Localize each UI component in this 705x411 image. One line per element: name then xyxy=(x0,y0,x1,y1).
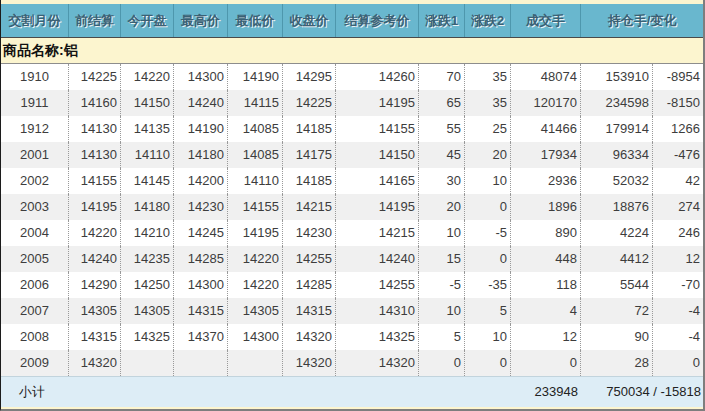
cell-oi_chg: -8150 xyxy=(653,90,703,116)
cell-settle_ref: 14240 xyxy=(336,246,419,272)
cell-chg2: 35 xyxy=(465,90,511,116)
cell-low: 14190 xyxy=(228,64,283,90)
cell-close: 14175 xyxy=(283,142,336,168)
cell-prev_settle: 14220 xyxy=(69,220,121,246)
cell-open: 14210 xyxy=(121,220,174,246)
subtotal-label: 小计 xyxy=(1,377,511,407)
cell-chg1: -5 xyxy=(419,272,465,298)
cell-volume: 41466 xyxy=(511,116,581,142)
cell-open: 14250 xyxy=(121,272,174,298)
cell-oi_chg: 246 xyxy=(653,220,703,246)
cell-chg1: 10 xyxy=(419,220,465,246)
header-change2: 涨跌2 xyxy=(465,4,511,37)
cell-open xyxy=(121,350,174,376)
cell-low: 14085 xyxy=(228,142,283,168)
header-open: 今开盘 xyxy=(121,4,174,37)
cell-prev_settle: 14315 xyxy=(69,324,121,350)
cell-month: 2003 xyxy=(1,194,69,220)
cell-high: 14300 xyxy=(174,272,228,298)
cell-settle_ref: 14255 xyxy=(336,272,419,298)
header-prev-settlement: 前结算 xyxy=(69,4,121,37)
cell-low: 14085 xyxy=(228,116,283,142)
table-row-2006[interactable]: 2006142901425014300142201428514255-5-351… xyxy=(1,272,703,298)
cell-volume: 118 xyxy=(511,272,581,298)
cell-low: 14220 xyxy=(228,246,283,272)
cell-volume: 1896 xyxy=(511,194,581,220)
cell-open: 14150 xyxy=(121,90,174,116)
table-row-2002[interactable]: 2002141551414514200141101418514165301029… xyxy=(1,168,703,194)
cell-settle_ref: 14165 xyxy=(336,168,419,194)
cell-chg2: -5 xyxy=(465,220,511,246)
cell-chg1: 5 xyxy=(419,324,465,350)
cell-chg1: 70 xyxy=(419,64,465,90)
cell-close: 14295 xyxy=(283,64,336,90)
cell-chg2: 0 xyxy=(465,246,511,272)
cell-month: 1911 xyxy=(1,90,69,116)
cell-chg1: 65 xyxy=(419,90,465,116)
cell-oi_chg: 274 xyxy=(653,194,703,220)
cell-high: 14315 xyxy=(174,298,228,324)
cell-volume: 890 xyxy=(511,220,581,246)
header-change1: 涨跌1 xyxy=(419,4,465,37)
cell-chg2: 10 xyxy=(465,324,511,350)
cell-chg1: 0 xyxy=(419,350,465,376)
cell-low xyxy=(228,350,283,376)
cell-settle_ref: 14310 xyxy=(336,298,419,324)
table-row-2003[interactable]: 2003141951418014230141551421514195200189… xyxy=(1,194,703,220)
cell-oi_chg: 0 xyxy=(653,350,703,376)
cell-chg2: 25 xyxy=(465,116,511,142)
cell-high: 14285 xyxy=(174,246,228,272)
table-row-2009[interactable]: 2009143201432014320000280 xyxy=(1,350,703,376)
table-row-1911[interactable]: 1911141601415014240141151422514195653512… xyxy=(1,90,703,116)
cell-close: 14185 xyxy=(283,168,336,194)
cell-low: 14155 xyxy=(228,194,283,220)
table-row-2001[interactable]: 2001141301411014180140851417514150452017… xyxy=(1,142,703,168)
cell-oi_chg: -4 xyxy=(653,298,703,324)
cell-high: 14180 xyxy=(174,142,228,168)
subtotal-row: 小计 233948 750034 / -15818 xyxy=(1,376,703,407)
cell-prev_settle: 14240 xyxy=(69,246,121,272)
header-low: 最低价 xyxy=(228,4,283,37)
cell-month: 2006 xyxy=(1,272,69,298)
header-close: 收盘价 xyxy=(283,4,336,37)
cell-oi: 179914 xyxy=(581,116,653,142)
cell-oi: 153910 xyxy=(581,64,653,90)
cell-settle_ref: 14195 xyxy=(336,194,419,220)
cell-chg2: 0 xyxy=(465,194,511,220)
cell-chg1: 15 xyxy=(419,246,465,272)
cell-settle_ref: 14150 xyxy=(336,142,419,168)
cell-month: 2001 xyxy=(1,142,69,168)
table-row-2007[interactable]: 2007143051430514315143051431514310105472… xyxy=(1,298,703,324)
cell-high: 14190 xyxy=(174,116,228,142)
cell-high: 14240 xyxy=(174,90,228,116)
cell-oi: 5544 xyxy=(581,272,653,298)
table-row-2008[interactable]: 2008143151432514370143001432014325510129… xyxy=(1,324,703,350)
cell-open: 14305 xyxy=(121,298,174,324)
table-header: 交割月份 前结算 今开盘 最高价 最低价 收盘价 结算参考价 涨跌1 涨跌2 成… xyxy=(1,4,703,37)
header-delivery-month: 交割月份 xyxy=(1,4,69,37)
table-row-2004[interactable]: 200414220142101424514195142301421510-589… xyxy=(1,220,703,246)
cell-volume: 0 xyxy=(511,350,581,376)
cell-open: 14180 xyxy=(121,194,174,220)
cell-chg2: 0 xyxy=(465,350,511,376)
cell-oi_chg: -8954 xyxy=(653,64,703,90)
cell-volume: 120170 xyxy=(511,90,581,116)
cell-close: 14320 xyxy=(283,324,336,350)
cell-month: 2009 xyxy=(1,350,69,376)
cell-prev_settle: 14305 xyxy=(69,298,121,324)
cell-volume: 12 xyxy=(511,324,581,350)
cell-volume: 448 xyxy=(511,246,581,272)
header-volume: 成交手 xyxy=(511,4,581,37)
cell-oi: 4412 xyxy=(581,246,653,272)
cell-high xyxy=(174,350,228,376)
table-row-1910[interactable]: 1910142251422014300141901429514260703548… xyxy=(1,64,703,90)
cell-chg2: 20 xyxy=(465,142,511,168)
cell-chg1: 55 xyxy=(419,116,465,142)
table-row-2005[interactable]: 2005142401423514285142201425514240150448… xyxy=(1,246,703,272)
table-row-1912[interactable]: 1912141301413514190140851418514155552541… xyxy=(1,116,703,142)
cell-prev_settle: 14195 xyxy=(69,194,121,220)
cell-oi_chg: 12 xyxy=(653,246,703,272)
cell-volume: 2936 xyxy=(511,168,581,194)
cell-close: 14230 xyxy=(283,220,336,246)
cell-oi: 4224 xyxy=(581,220,653,246)
